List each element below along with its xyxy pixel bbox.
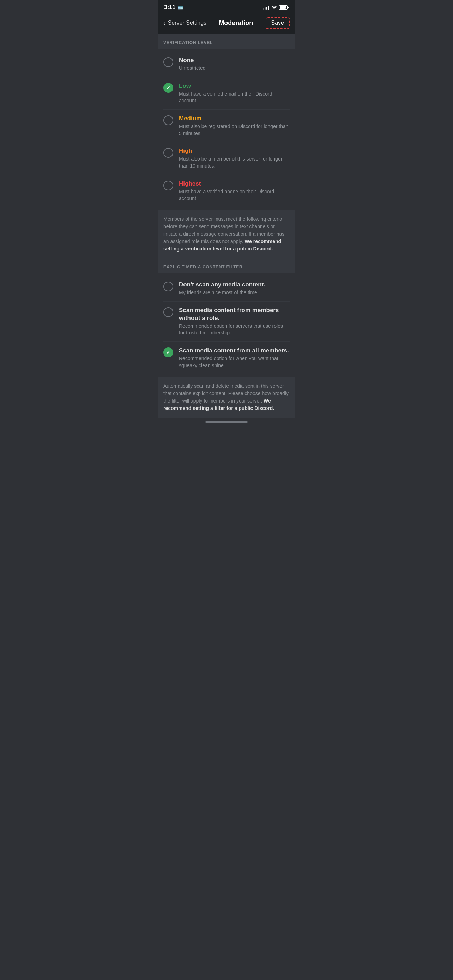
option-desc-medium: Must also be registered on Discord for l…: [179, 123, 290, 137]
option-title-medium: Medium: [179, 115, 290, 123]
back-arrow-icon: ‹: [163, 19, 166, 27]
checkmark-icon: ✓: [166, 350, 170, 355]
back-label: Server Settings: [168, 20, 207, 26]
explicit-options-list: Don't scan any media content. My friends…: [158, 273, 295, 377]
option-title-none: None: [179, 56, 290, 64]
verification-option-high[interactable]: High Must also be a member of this serve…: [163, 142, 290, 175]
option-title-high: High: [179, 147, 290, 155]
explicit-section-label: EXPLICIT MEDIA CONTENT FILTER: [163, 264, 290, 269]
radio-none: [163, 57, 173, 67]
option-desc-high: Must also be a member of this server for…: [179, 156, 290, 169]
option-desc-highest: Must have a verified phone on their Disc…: [179, 188, 290, 202]
checkmark-icon: ✓: [166, 85, 170, 91]
verification-option-low[interactable]: ✓ Low Must have a verified email on thei…: [163, 77, 290, 110]
verification-section-header: VERIFICATION LEVEL: [158, 34, 295, 49]
option-desc-low: Must have a verified email on their Disc…: [179, 91, 290, 104]
option-title-dont-scan: Don't scan any media content.: [179, 281, 290, 289]
option-title-highest: Highest: [179, 180, 290, 188]
verification-option-medium[interactable]: Medium Must also be registered on Discor…: [163, 110, 290, 142]
explicit-description: Automatically scan and delete media sent…: [158, 377, 295, 418]
battery-icon: [279, 5, 289, 10]
nav-bar: ‹ Server Settings Moderation Save: [158, 13, 295, 34]
explicit-section-header: EXPLICIT MEDIA CONTENT FILTER: [158, 258, 295, 273]
option-desc-scan-all: Recommended option for when you want tha…: [179, 355, 290, 369]
wifi-icon: [271, 5, 277, 10]
save-button[interactable]: Save: [265, 17, 290, 29]
verification-section-label: VERIFICATION LEVEL: [163, 40, 290, 45]
radio-high: [163, 148, 173, 158]
page-title: Moderation: [207, 19, 265, 27]
radio-scan-all: ✓: [163, 347, 173, 357]
option-desc-dont-scan: My friends are nice most of the time.: [179, 289, 290, 296]
radio-highest: [163, 181, 173, 191]
verification-description: Members of the server must meet the foll…: [158, 210, 295, 258]
signal-icon: [263, 5, 269, 10]
status-icons: [263, 5, 289, 10]
radio-low: ✓: [163, 83, 173, 93]
radio-dont-scan: [163, 282, 173, 291]
status-time: 3:11 🪪: [164, 4, 183, 11]
option-title-scan-all: Scan media content from all members.: [179, 347, 290, 355]
contact-icon: 🪪: [178, 5, 183, 10]
radio-scan-no-role: [163, 307, 173, 317]
verification-options-list: None Unrestricted ✓ Low Must have a veri…: [158, 49, 295, 210]
home-bar: [205, 421, 248, 423]
status-bar: 3:11 🪪: [158, 0, 295, 13]
explicit-option-scan-no-role[interactable]: Scan media content from members without …: [163, 302, 290, 342]
option-title-scan-no-role: Scan media content from members without …: [179, 307, 290, 322]
back-button[interactable]: ‹ Server Settings: [163, 19, 207, 27]
option-desc-none: Unrestricted: [179, 65, 290, 72]
option-desc-scan-no-role: Recommended option for servers that use …: [179, 323, 290, 337]
verification-option-highest[interactable]: Highest Must have a verified phone on th…: [163, 175, 290, 207]
explicit-option-scan-all[interactable]: ✓ Scan media content from all members. R…: [163, 342, 290, 374]
explicit-option-dont-scan[interactable]: Don't scan any media content. My friends…: [163, 276, 290, 302]
time-label: 3:11: [164, 4, 175, 11]
radio-medium: [163, 115, 173, 125]
home-indicator: [158, 418, 295, 425]
option-title-low: Low: [179, 82, 290, 90]
verification-option-none[interactable]: None Unrestricted: [163, 51, 290, 77]
